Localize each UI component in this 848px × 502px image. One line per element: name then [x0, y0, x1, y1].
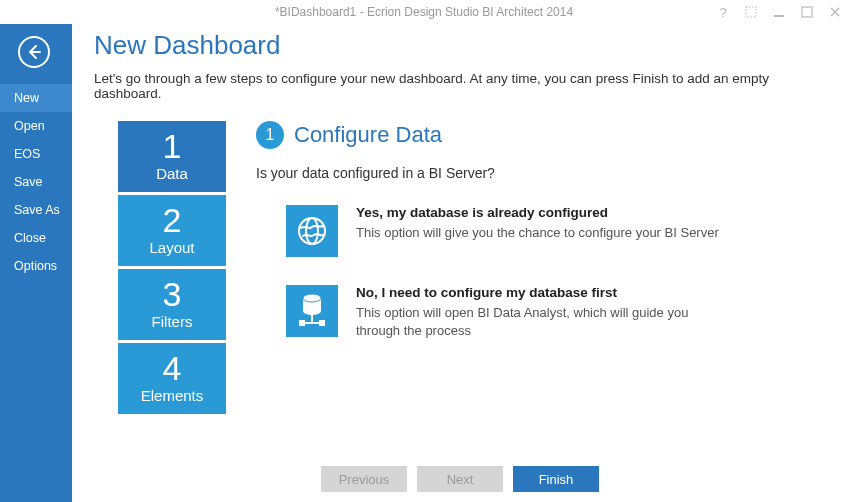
step-number: 1: [118, 129, 226, 163]
finish-button[interactable]: Finish: [513, 466, 599, 492]
wizard-buttons: Previous Next Finish: [72, 466, 848, 492]
option-title: No, I need to configure my database firs…: [356, 285, 736, 300]
back-arrow-icon: [26, 44, 42, 60]
section-badge: 1: [256, 121, 284, 149]
svg-rect-2: [802, 7, 812, 17]
minimize-icon[interactable]: [772, 6, 786, 18]
option-desc: This option will give you the chance to …: [356, 224, 719, 242]
sidebar-item-open[interactable]: Open: [0, 112, 72, 140]
database-icon: [286, 285, 338, 337]
step-label: Elements: [118, 387, 226, 404]
step-number: 2: [118, 203, 226, 237]
sidebar-item-eos[interactable]: EOS: [0, 140, 72, 168]
sidebar-item-close[interactable]: Close: [0, 224, 72, 252]
svg-rect-10: [319, 320, 325, 326]
option-no[interactable]: No, I need to configure my database firs…: [256, 285, 826, 339]
section-title: Configure Data: [294, 122, 442, 148]
maximize-icon[interactable]: [800, 6, 814, 18]
w-control-icon[interactable]: [744, 6, 758, 18]
page-intro: Let's go through a few steps to configur…: [94, 71, 826, 101]
svg-point-4: [306, 218, 318, 244]
step-label: Data: [118, 165, 226, 182]
step-tile-layout[interactable]: 2 Layout: [118, 195, 226, 266]
next-button: Next: [417, 466, 503, 492]
title-bar: *BIDashboard1 - Ecrion Design Studio BI …: [0, 0, 848, 24]
option-title: Yes, my database is already configured: [356, 205, 719, 220]
wizard-steps: 1 Data 2 Layout 3 Filters 4 Elements: [118, 121, 226, 417]
sidebar-item-label: EOS: [14, 147, 40, 161]
previous-button: Previous: [321, 466, 407, 492]
step-label: Filters: [118, 313, 226, 330]
sidebar-item-label: Open: [14, 119, 45, 133]
step-tile-filters[interactable]: 3 Filters: [118, 269, 226, 340]
option-desc: This option will open BI Data Analyst, w…: [356, 304, 736, 339]
back-button[interactable]: [18, 36, 50, 68]
step-tile-data[interactable]: 1 Data: [118, 121, 226, 192]
close-icon[interactable]: [828, 6, 842, 18]
sidebar-item-new[interactable]: New: [0, 84, 72, 112]
sidebar-item-label: New: [14, 91, 39, 105]
svg-rect-1: [774, 15, 784, 17]
svg-rect-9: [299, 320, 305, 326]
sidebar-item-save-as[interactable]: Save As: [0, 196, 72, 224]
globe-icon: [286, 205, 338, 257]
step-number: 4: [118, 351, 226, 385]
svg-rect-0: [746, 7, 756, 17]
sidebar-item-label: Save As: [14, 203, 60, 217]
step-tile-elements[interactable]: 4 Elements: [118, 343, 226, 414]
sidebar-item-save[interactable]: Save: [0, 168, 72, 196]
window-controls: ?: [716, 0, 842, 24]
option-yes[interactable]: Yes, my database is already configured T…: [256, 205, 826, 257]
page-title: New Dashboard: [94, 30, 826, 61]
section-question: Is your data configured in a BI Server?: [256, 165, 826, 181]
sidebar-item-label: Save: [14, 175, 43, 189]
sidebar-item-options[interactable]: Options: [0, 252, 72, 280]
sidebar-item-label: Options: [14, 259, 57, 273]
svg-point-3: [299, 218, 325, 244]
section-header: 1 Configure Data: [256, 121, 826, 149]
sidebar-item-label: Close: [14, 231, 46, 245]
step-number: 3: [118, 277, 226, 311]
main-panel: New Dashboard Let's go through a few ste…: [72, 24, 848, 502]
step-label: Layout: [118, 239, 226, 256]
help-icon[interactable]: ?: [716, 5, 730, 20]
backstage-sidebar: New Open EOS Save Save As Close Options: [0, 24, 72, 502]
window-title: *BIDashboard1 - Ecrion Design Studio BI …: [275, 5, 573, 19]
